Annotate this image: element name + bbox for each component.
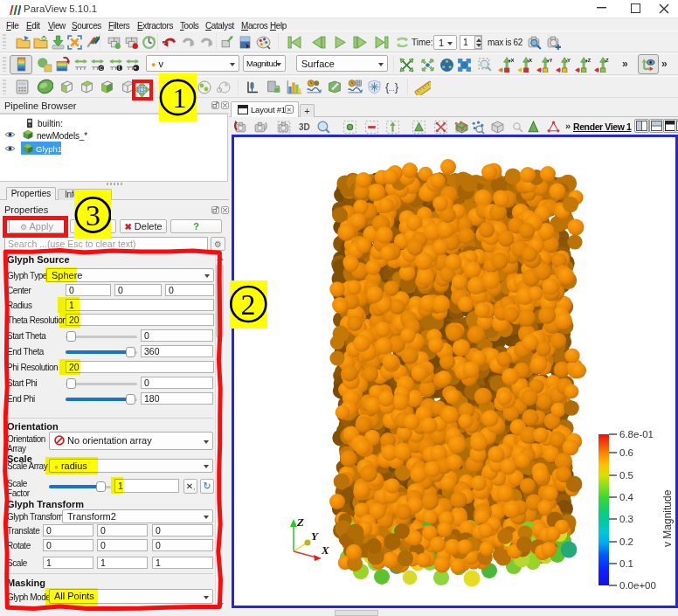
svg-text:Y: Y [311,529,319,543]
svg-text:0.5: 0.5 [619,470,633,481]
svg-text:0.1: 0.1 [619,558,633,569]
svg-text:0.0e+00: 0.0e+00 [619,580,656,591]
svg-text:c: c [100,64,103,72]
svg-text:0.4: 0.4 [619,492,634,502]
svg-text:6.8e-01: 6.8e-01 [619,429,654,440]
svg-text:-Z: -Z [604,58,609,63]
svg-text:-X: -X [527,58,532,63]
svg-text:Z: Z [296,516,304,529]
svg-text:0.3: 0.3 [619,514,633,524]
svg-text:+Z: +Z [585,58,591,63]
svg-text:3: 3 [86,199,100,232]
svg-text:0.2: 0.2 [619,536,633,547]
svg-text:0.6: 0.6 [619,447,633,458]
svg-text:2: 2 [241,288,256,321]
svg-text:X: X [321,543,329,557]
svg-text:+X: +X [508,58,514,63]
svg-text:-Y: -Y [565,58,571,63]
svg-text:1: 1 [173,82,187,114]
svg-text:+Y: +Y [546,58,552,63]
svg-text:t: t [118,64,120,72]
